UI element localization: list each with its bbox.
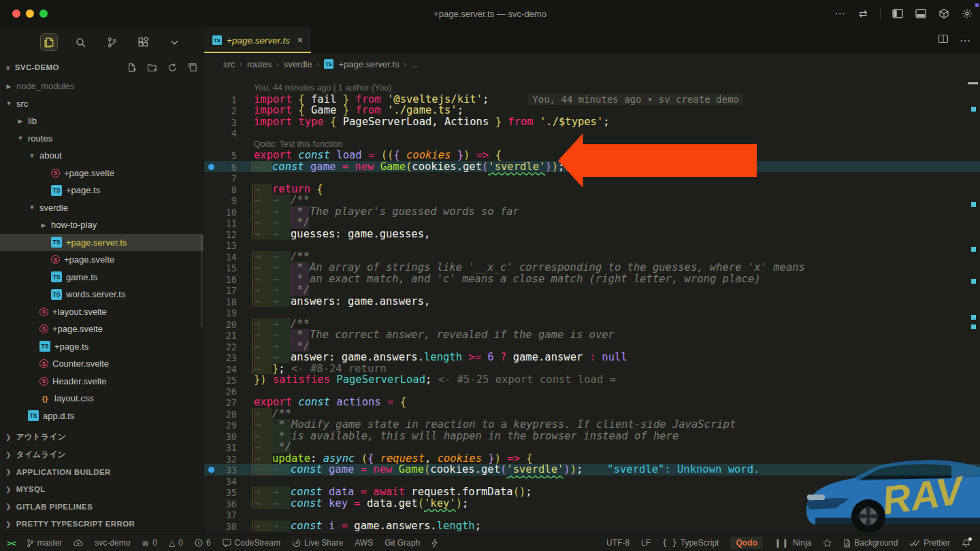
line-number[interactable]: 26 xyxy=(204,386,237,397)
breadcrumb-item[interactable]: ... xyxy=(411,59,419,69)
more-views-chevron-icon[interactable] xyxy=(166,34,182,50)
search-icon[interactable] xyxy=(72,34,88,50)
line-number[interactable]: 33 xyxy=(204,465,237,475)
line-number[interactable]: 37 xyxy=(204,510,237,520)
tree-item--page-svelte[interactable]: S+page.svelte xyxy=(0,251,203,269)
tree-item-words-server-ts[interactable]: TSwords.server.ts xyxy=(0,286,203,303)
line-number[interactable]: 23 xyxy=(204,352,237,363)
statusbar-ninja[interactable]: ❙❙Ninja xyxy=(774,538,811,548)
tree-item-game-ts[interactable]: TSgame.ts xyxy=(0,269,203,286)
codelens-text[interactable]: You, 44 minutes ago | 1 author (You) xyxy=(254,82,391,94)
line-number[interactable]: 2 xyxy=(204,105,237,116)
breadcrumb-item[interactable]: sverdle xyxy=(284,59,312,69)
line-number[interactable]: 4 xyxy=(204,128,237,139)
line-number[interactable]: 32 xyxy=(204,454,237,465)
collapse-folders-icon[interactable] xyxy=(187,62,198,73)
tab-close-icon[interactable]: × xyxy=(297,35,303,46)
swap-editors-icon[interactable]: ⇄ xyxy=(857,7,869,20)
statusbar-star[interactable] xyxy=(823,539,832,548)
tree-item-about[interactable]: ▼about xyxy=(0,147,203,165)
line-number[interactable]: 30 xyxy=(204,431,237,442)
line-number[interactable]: 5 xyxy=(204,150,237,161)
sidebar-section--[interactable]: ❯アウトライン xyxy=(0,429,203,446)
new-file-icon[interactable] xyxy=(126,62,137,73)
line-number[interactable]: 25 xyxy=(204,375,237,386)
statusbar-codestream[interactable]: CodeStream xyxy=(223,538,280,548)
tree-item-routes[interactable]: ▼routes xyxy=(0,130,203,148)
line-number[interactable]: 28 xyxy=(204,409,237,420)
zoom-window-button[interactable] xyxy=(39,10,48,18)
statusbar-prettier[interactable]: Prettier xyxy=(909,538,950,548)
statusbar-git-graph[interactable]: Git Graph xyxy=(385,538,420,548)
tab-page-server-ts[interactable]: TS +page.server.ts × xyxy=(204,27,312,53)
breadcrumb-item[interactable]: +page.server.ts xyxy=(338,59,399,69)
statusbar-live-share[interactable]: Live Share xyxy=(292,538,343,548)
line-number[interactable]: 6 xyxy=(204,162,237,173)
line-number[interactable]: 16 xyxy=(204,274,237,285)
statusbar-aws[interactable]: AWS xyxy=(355,538,373,548)
explorer-icon[interactable] xyxy=(41,34,57,50)
statusbar-problems[interactable]: ⊗0 xyxy=(142,538,157,548)
tree-item-how-to-play[interactable]: ▶how-to-play xyxy=(0,216,203,234)
line-number[interactable]: 34 xyxy=(204,476,237,487)
tree-item-header-svelte[interactable]: SHeader.svelte xyxy=(0,373,203,390)
line-number[interactable]: 38 xyxy=(204,521,237,532)
line-number[interactable]: 8 xyxy=(204,184,237,195)
line-number[interactable]: 10 xyxy=(204,207,237,218)
toggle-sidebar-icon[interactable] xyxy=(892,7,904,20)
line-number[interactable]: 12 xyxy=(204,229,237,240)
close-window-button[interactable] xyxy=(12,10,20,18)
source-control-icon[interactable] xyxy=(103,34,120,50)
settings-gear-icon[interactable] xyxy=(961,7,973,20)
tree-item-src[interactable]: ▼src xyxy=(0,95,203,113)
statusbar-git-branch[interactable]: master xyxy=(27,538,63,548)
new-folder-icon[interactable] xyxy=(146,62,157,73)
tree-item--page-svelte[interactable]: S+page.svelte xyxy=(0,165,203,182)
line-number[interactable]: 1 xyxy=(204,95,237,105)
tree-item-lib[interactable]: ▶lib xyxy=(0,112,203,130)
extensions-icon[interactable] xyxy=(135,34,151,50)
more-actions-icon[interactable]: ⋯ xyxy=(834,7,846,20)
toggle-panel-icon[interactable] xyxy=(915,7,927,20)
line-number[interactable]: 29 xyxy=(204,420,237,431)
scrollbar-thumb[interactable] xyxy=(968,82,978,84)
statusbar-bolt[interactable] xyxy=(431,539,438,548)
statusbar-warnings[interactable]: △0 xyxy=(169,538,183,548)
line-number[interactable]: 3 xyxy=(204,117,237,128)
statusbar-background[interactable]: Background xyxy=(843,538,898,548)
line-number[interactable]: 11 xyxy=(204,218,237,229)
codelens-text[interactable]: Qodo: Test this function xyxy=(254,139,342,150)
line-number[interactable]: 7 xyxy=(204,173,237,184)
sidebar-section-application-builder[interactable]: ❯APPLICATION BUILDER xyxy=(0,463,203,481)
statusbar-eol[interactable]: LF xyxy=(641,538,651,548)
tree-item-counter-svelte[interactable]: SCounter.svelte xyxy=(0,355,203,373)
statusbar-language[interactable]: { }TypeScript xyxy=(662,538,719,548)
statusbar-notifications[interactable] xyxy=(962,539,970,548)
refresh-icon[interactable] xyxy=(167,62,178,73)
line-number[interactable]: 14 xyxy=(204,252,237,263)
tree-item--page-ts[interactable]: TS+page.ts xyxy=(0,182,203,199)
line-number[interactable]: 17 xyxy=(204,285,237,296)
tree-item-layout-css[interactable]: {}layout.css xyxy=(0,390,203,407)
statusbar-publish[interactable] xyxy=(74,539,83,547)
breadcrumb-item[interactable]: src xyxy=(223,59,235,69)
sidebar-scrollbar[interactable] xyxy=(201,235,203,327)
line-number[interactable]: 27 xyxy=(204,397,237,408)
tree-item--page-ts[interactable]: TS+page.ts xyxy=(0,338,203,356)
statusbar-infos[interactable]: 6 xyxy=(195,538,211,548)
line-number[interactable]: 19 xyxy=(204,307,237,318)
window-controls[interactable] xyxy=(12,10,48,18)
tree-item--layout-svelte[interactable]: S+layout.svelte xyxy=(0,303,203,321)
sidebar-section-gitlab-pipelines[interactable]: ❯GITLAB PIPELINES xyxy=(0,498,203,516)
line-number[interactable]: 22 xyxy=(204,341,237,352)
sidebar-section--[interactable]: ❯タイムライン xyxy=(0,446,203,464)
line-number[interactable]: 31 xyxy=(204,442,237,453)
tree-item--page-svelte[interactable]: S+page.svelte xyxy=(0,320,203,338)
explorer-section-header[interactable]: ∨ SVC-DEMO xyxy=(0,59,203,76)
sidebar-section-pretty-typescript-error[interactable]: ❯PRETTY TYPESCRIPT ERROR xyxy=(0,516,203,533)
tree-item-sverdle[interactable]: ▼sverdle xyxy=(0,199,203,217)
line-number[interactable]: 35 xyxy=(204,487,237,498)
line-number[interactable]: 13 xyxy=(204,240,237,251)
line-number[interactable]: 9 xyxy=(204,195,237,206)
customize-layout-icon[interactable] xyxy=(938,7,950,20)
